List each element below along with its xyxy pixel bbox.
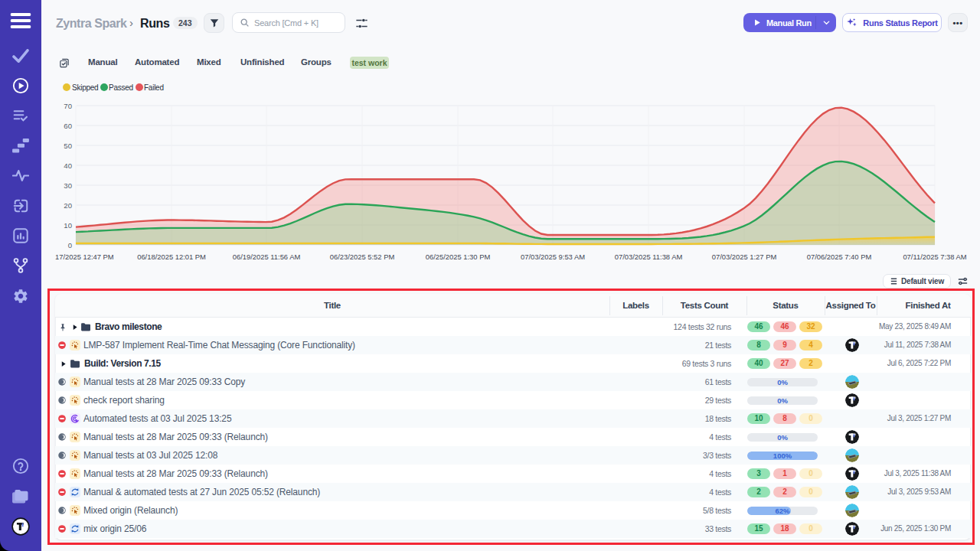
svg-text:40: 40: [64, 161, 72, 170]
svg-text:06/19/2025 11:56 AM: 06/19/2025 11:56 AM: [233, 253, 301, 261]
svg-text:07/06/2025 7:40 PM: 07/06/2025 7:40 PM: [807, 253, 872, 261]
svg-text:07/11/2025 7:38 AM: 07/11/2025 7:38 AM: [903, 253, 966, 261]
svg-text:20: 20: [64, 201, 72, 210]
svg-text:06/18/2025 12:01 PM: 06/18/2025 12:01 PM: [137, 253, 206, 261]
svg-text:60: 60: [64, 122, 72, 130]
svg-text:50: 50: [64, 142, 72, 150]
svg-text:07/03/2025 11:38 AM: 07/03/2025 11:38 AM: [615, 253, 683, 261]
svg-text:07/03/2025 1:27 PM: 07/03/2025 1:27 PM: [712, 253, 777, 261]
svg-text:17/2025 12:47 PM: 17/2025 12:47 PM: [55, 253, 114, 261]
svg-text:06/25/2025 1:30 PM: 06/25/2025 1:30 PM: [426, 253, 491, 261]
svg-text:06/23/2025 5:52 PM: 06/23/2025 5:52 PM: [330, 253, 395, 261]
svg-text:07/03/2025 9:53 AM: 07/03/2025 9:53 AM: [521, 253, 585, 261]
svg-text:30: 30: [64, 181, 72, 190]
svg-text:0: 0: [68, 241, 72, 249]
svg-text:10: 10: [64, 221, 72, 230]
svg-text:70: 70: [64, 102, 72, 110]
